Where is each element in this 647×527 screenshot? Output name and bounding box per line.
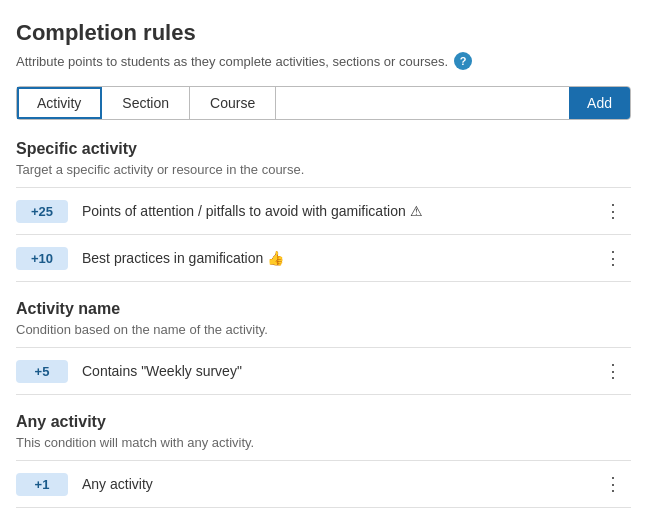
add-button[interactable]: Add <box>569 87 630 119</box>
more-options-icon[interactable]: ⋮ <box>596 196 631 226</box>
any-activity-section: Any activity This condition will match w… <box>16 413 631 508</box>
rule-row: +10 Best practices in gamification 👍 ⋮ <box>16 234 631 282</box>
rule-row: +5 Contains "Weekly survey" ⋮ <box>16 347 631 395</box>
rule-row: +25 Points of attention / pitfalls to av… <box>16 187 631 234</box>
rule-text: Contains "Weekly survey" <box>82 363 596 379</box>
page-subtitle: Attribute points to students as they com… <box>16 52 631 70</box>
points-badge: +25 <box>16 200 68 223</box>
any-activity-desc: This condition will match with any activ… <box>16 435 631 450</box>
page-title: Completion rules <box>16 20 631 46</box>
rule-text: Points of attention / pitfalls to avoid … <box>82 203 596 219</box>
tabs-group: Activity Section Course <box>17 87 569 119</box>
any-activity-title: Any activity <box>16 413 631 431</box>
more-options-icon[interactable]: ⋮ <box>596 356 631 386</box>
activity-name-desc: Condition based on the name of the activ… <box>16 322 631 337</box>
rule-text: Any activity <box>82 476 596 492</box>
points-badge: +1 <box>16 473 68 496</box>
points-badge: +5 <box>16 360 68 383</box>
tab-course[interactable]: Course <box>190 87 276 119</box>
specific-activity-section: Specific activity Target a specific acti… <box>16 140 631 282</box>
specific-activity-title: Specific activity <box>16 140 631 158</box>
help-icon[interactable]: ? <box>454 52 472 70</box>
tab-section[interactable]: Section <box>102 87 190 119</box>
rule-text: Best practices in gamification 👍 <box>82 250 596 266</box>
tab-activity[interactable]: Activity <box>17 87 102 119</box>
activity-name-title: Activity name <box>16 300 631 318</box>
specific-activity-desc: Target a specific activity or resource i… <box>16 162 631 177</box>
more-options-icon[interactable]: ⋮ <box>596 469 631 499</box>
subtitle-text: Attribute points to students as they com… <box>16 54 448 69</box>
rule-row: +1 Any activity ⋮ <box>16 460 631 508</box>
points-badge: +10 <box>16 247 68 270</box>
tabs-container: Activity Section Course Add <box>16 86 631 120</box>
more-options-icon[interactable]: ⋮ <box>596 243 631 273</box>
activity-name-section: Activity name Condition based on the nam… <box>16 300 631 395</box>
